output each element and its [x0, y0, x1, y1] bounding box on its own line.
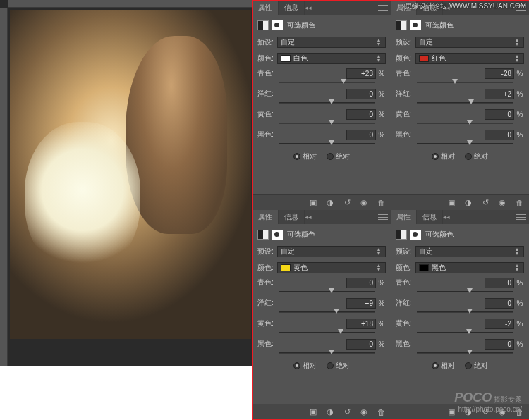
view-previous-icon[interactable]: ◑	[324, 407, 336, 417]
panel-menu-icon[interactable]	[378, 4, 388, 12]
slider-track[interactable]	[417, 140, 523, 147]
tab-info[interactable]: 信息	[279, 210, 305, 224]
slider-track[interactable]	[417, 120, 523, 127]
radio-absolute[interactable]: 绝对	[327, 152, 350, 161]
slider-thumb[interactable]	[467, 120, 473, 125]
visibility-icon[interactable]: ◉	[358, 407, 370, 417]
panel-menu-icon[interactable]	[378, 213, 388, 221]
panel-menu-icon[interactable]	[516, 213, 526, 221]
radio-absolute[interactable]: 绝对	[327, 361, 350, 371]
color-dropdown[interactable]: 黑色 ▴▾	[415, 262, 524, 273]
document-image[interactable]	[10, 10, 251, 339]
slider-value-input[interactable]	[485, 298, 514, 309]
slider-track[interactable]	[279, 79, 384, 86]
slider-track[interactable]	[279, 288, 384, 295]
adjustment-icon[interactable]	[257, 20, 269, 30]
slider-value-input[interactable]	[485, 278, 514, 288]
radio-relative[interactable]: 相对	[293, 152, 317, 161]
trash-icon[interactable]: 🗑	[375, 198, 387, 208]
collapse-icon[interactable]: ◂◂	[443, 214, 450, 221]
slider-value-input[interactable]	[346, 319, 376, 329]
radio-relative[interactable]: 相对	[432, 361, 455, 371]
slider-value-input[interactable]	[346, 339, 376, 350]
slider-thumb[interactable]	[329, 288, 334, 293]
slider-value-input[interactable]	[485, 89, 514, 99]
radio-relative[interactable]: 相对	[293, 361, 317, 371]
tab-info[interactable]: 信息	[279, 1, 305, 15]
radio-absolute[interactable]: 绝对	[465, 361, 488, 371]
slider-value-input[interactable]	[346, 89, 376, 99]
mask-icon[interactable]	[410, 230, 421, 240]
slider-thumb[interactable]	[467, 350, 473, 354]
slider-thumb[interactable]	[334, 309, 339, 314]
collapse-icon[interactable]: ◂◂	[305, 214, 312, 221]
slider-value-input[interactable]	[485, 339, 514, 350]
color-dropdown[interactable]: 黄色 ▴▾	[277, 262, 386, 273]
trash-icon[interactable]: 🗑	[513, 198, 525, 208]
slider-thumb[interactable]	[468, 99, 474, 104]
slider-thumb[interactable]	[452, 79, 458, 84]
slider-thumb[interactable]	[329, 140, 334, 145]
tab-properties[interactable]: 属性	[253, 1, 279, 15]
slider-track[interactable]	[279, 99, 384, 106]
slider-track[interactable]	[417, 79, 523, 86]
preset-dropdown[interactable]: 自定 ▴▾	[415, 246, 524, 257]
slider-value-input[interactable]	[485, 130, 514, 140]
slider-track[interactable]	[417, 309, 523, 316]
slider-value-input[interactable]	[346, 68, 376, 79]
slider-track[interactable]	[279, 120, 384, 127]
mask-icon[interactable]	[410, 20, 421, 30]
slider-track[interactable]	[417, 99, 523, 106]
slider-thumb[interactable]	[466, 329, 472, 334]
collapse-icon[interactable]: ◂◂	[305, 4, 312, 11]
tab-properties[interactable]: 属性	[253, 210, 279, 224]
slider-track[interactable]	[417, 329, 523, 336]
slider-value-input[interactable]	[485, 319, 514, 329]
mask-icon[interactable]	[272, 20, 283, 30]
slider-track[interactable]	[279, 140, 384, 147]
visibility-icon[interactable]: ◉	[497, 198, 508, 208]
slider-track[interactable]	[279, 350, 384, 357]
adjustment-icon[interactable]	[396, 230, 407, 240]
slider-thumb[interactable]	[338, 329, 343, 334]
preset-dropdown[interactable]: 自定 ▴▾	[277, 37, 386, 48]
tab-info[interactable]: 信息	[417, 210, 443, 224]
reset-icon[interactable]: ↺	[480, 198, 491, 208]
slider-value-input[interactable]	[485, 68, 514, 79]
slider-thumb[interactable]	[467, 288, 473, 293]
slider-value-input[interactable]	[346, 109, 376, 120]
adjustment-icon[interactable]	[396, 20, 407, 30]
clip-icon[interactable]: ▣	[446, 198, 457, 208]
clip-icon[interactable]: ▣	[308, 198, 319, 208]
tab-properties[interactable]: 属性	[391, 210, 417, 224]
radio-relative[interactable]: 相对	[432, 152, 455, 161]
slider-thumb[interactable]	[329, 99, 334, 104]
slider-thumb[interactable]	[341, 79, 346, 84]
visibility-icon[interactable]: ◉	[358, 198, 370, 208]
reset-icon[interactable]: ↺	[341, 407, 353, 417]
slider-thumb[interactable]	[467, 309, 473, 314]
preset-dropdown[interactable]: 自定 ▴▾	[277, 246, 386, 257]
radio-absolute[interactable]: 绝对	[465, 152, 488, 161]
trash-icon[interactable]: 🗑	[375, 407, 387, 417]
reset-icon[interactable]: ↺	[341, 198, 353, 208]
clip-icon[interactable]: ▣	[308, 407, 319, 417]
view-previous-icon[interactable]: ◑	[324, 198, 336, 208]
slider-track[interactable]	[417, 350, 523, 357]
adjustment-icon[interactable]	[257, 230, 269, 240]
view-previous-icon[interactable]: ◑	[463, 198, 474, 208]
slider-thumb[interactable]	[329, 120, 334, 125]
slider-value-input[interactable]	[346, 298, 376, 309]
slider-track[interactable]	[279, 309, 384, 316]
slider-value-input[interactable]	[346, 130, 376, 140]
color-dropdown[interactable]: 红色 ▴▾	[415, 53, 524, 64]
slider-track[interactable]	[417, 288, 523, 295]
mask-icon[interactable]	[272, 230, 283, 240]
preset-dropdown[interactable]: 自定 ▴▾	[415, 37, 524, 48]
color-dropdown[interactable]: 白色 ▴▾	[277, 53, 386, 64]
slider-thumb[interactable]	[467, 140, 473, 145]
slider-value-input[interactable]	[485, 109, 514, 120]
slider-track[interactable]	[279, 329, 384, 336]
slider-thumb[interactable]	[329, 350, 334, 354]
slider-value-input[interactable]	[346, 278, 376, 288]
